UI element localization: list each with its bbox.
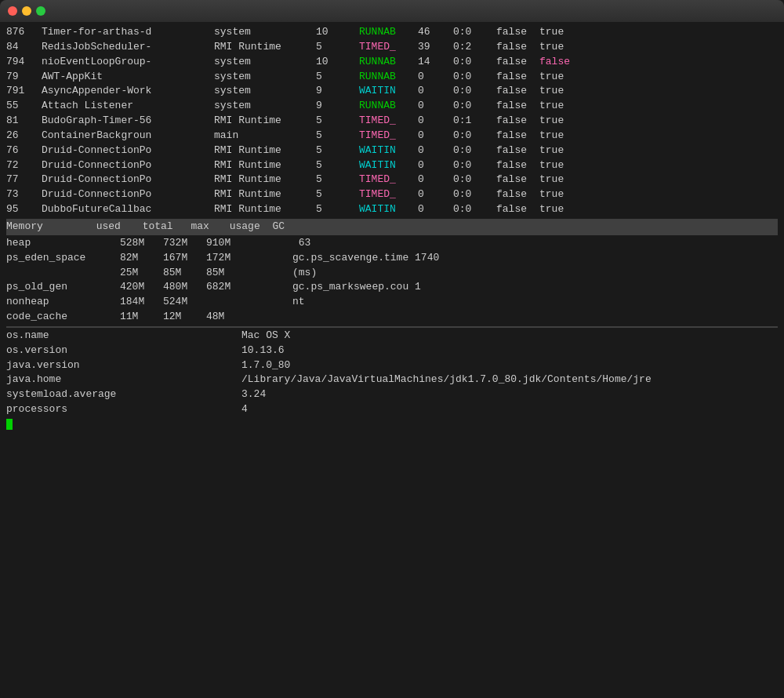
thread-daemon: true	[539, 99, 586, 114]
mem-name: ps_eden_space	[6, 251, 120, 266]
table-row: 26ContainerBackgrounmain5TIMED_00:0false…	[6, 129, 778, 144]
thread-daemon: true	[539, 173, 586, 187]
runtime-table-body: os.nameMac OS Xos.version10.13.6java.ver…	[6, 329, 778, 417]
memory-table-body: heap528M732M910M 63ps_eden_space82M167M1…	[6, 236, 778, 325]
thread-group: RMI Runtime	[214, 187, 316, 202]
mem-usage-header: usage	[230, 220, 260, 232]
thread-group: main	[214, 129, 316, 144]
table-row: heap528M732M910M 63	[6, 236, 778, 251]
thread-prior: 10	[316, 55, 359, 70]
mem-total: 480M	[163, 280, 206, 295]
thread-state: RUNNAB	[359, 99, 418, 114]
thread-id: 794	[6, 55, 42, 70]
thread-time: 0:0	[453, 187, 496, 202]
thread-cpu: 0	[418, 187, 453, 202]
thread-daemon: true	[539, 84, 586, 99]
thread-cpu: 14	[418, 55, 453, 70]
mem-name: nonheap	[6, 295, 120, 310]
thread-daemon: true	[539, 202, 586, 217]
mem-max: 172M	[206, 251, 249, 266]
mem-gc-key	[292, 310, 299, 325]
thread-daemon: true	[539, 40, 586, 55]
mem-used: 82M	[120, 251, 163, 266]
thread-id: 26	[6, 129, 42, 144]
thread-inter: false	[496, 158, 539, 173]
thread-daemon: true	[539, 144, 586, 158]
minimize-button[interactable]	[22, 6, 31, 16]
terminal-body[interactable]: 876Timer-for-arthas-dsystem10RUNNAB460:0…	[0, 22, 784, 698]
thread-cpu: 0	[418, 129, 453, 144]
thread-time: 0:0	[453, 129, 496, 144]
thread-group: system	[214, 25, 316, 40]
mem-gc-key: nt	[292, 295, 310, 310]
thread-group: system	[214, 55, 316, 70]
thread-inter: false	[496, 99, 539, 114]
thread-prior: 5	[316, 202, 359, 217]
mem-gc-key: (ms)	[292, 266, 323, 281]
mem-name: heap	[6, 236, 120, 251]
table-row: 95DubboFutureCallbacRMI Runtime5WAITIN00…	[6, 202, 778, 217]
mem-gc-key: gc.ps_marksweep.cou 1	[292, 280, 421, 295]
thread-id: 791	[6, 84, 42, 99]
mem-used: 420M	[120, 280, 163, 295]
thread-prior: 5	[316, 158, 359, 173]
thread-inter: false	[496, 84, 539, 99]
thread-cpu: 0	[418, 173, 453, 187]
thread-state: WAITIN	[359, 158, 418, 173]
thread-prior: 5	[316, 40, 359, 55]
close-button[interactable]	[8, 6, 17, 16]
thread-time: 0:2	[453, 40, 496, 55]
thread-cpu: 0	[418, 70, 453, 85]
thread-inter: false	[496, 55, 539, 70]
thread-id: 77	[6, 173, 42, 187]
thread-cpu: 0	[418, 144, 453, 158]
table-row: ps_eden_space82M167M172Mgc.ps_scavenge.t…	[6, 251, 778, 266]
thread-time: 0:0	[453, 158, 496, 173]
thread-inter: false	[496, 40, 539, 55]
thread-time: 0:0	[453, 55, 496, 70]
rt-key: os.name	[6, 329, 241, 344]
thread-name: DubboFutureCallbac	[42, 202, 214, 217]
thread-daemon: true	[539, 129, 586, 144]
thread-daemon: true	[539, 25, 586, 40]
thread-id: 876	[6, 25, 42, 40]
table-row: 55Attach Listenersystem9RUNNAB00:0falset…	[6, 99, 778, 114]
thread-cpu: 0	[418, 202, 453, 217]
thread-name: Druid-ConnectionPo	[42, 187, 214, 202]
mem-total: 524M	[163, 295, 206, 310]
maximize-button[interactable]	[36, 6, 45, 16]
thread-time: 0:0	[453, 144, 496, 158]
thread-group: RMI Runtime	[214, 144, 316, 158]
rt-key: os.version	[6, 344, 241, 358]
thread-name: Druid-ConnectionPo	[42, 173, 214, 187]
thread-group: RMI Runtime	[214, 40, 316, 55]
thread-id: 84	[6, 40, 42, 55]
cursor-line	[6, 417, 778, 432]
thread-group: system	[214, 84, 316, 99]
table-row: 794nioEventLoopGroup-system10RUNNAB140:0…	[6, 55, 778, 70]
thread-time: 0:1	[453, 114, 496, 129]
thread-prior: 5	[316, 114, 359, 129]
terminal-window: 876Timer-for-arthas-dsystem10RUNNAB460:0…	[0, 0, 784, 698]
table-row: java.version1.7.0_80	[6, 358, 778, 373]
thread-time: 0:0	[453, 173, 496, 187]
thread-name: Timer-for-arthas-d	[42, 25, 214, 40]
thread-name: AsyncAppender-Work	[42, 84, 214, 99]
mem-name: code_cache	[6, 310, 120, 325]
thread-inter: false	[496, 114, 539, 129]
thread-name: nioEventLoopGroup-	[42, 55, 214, 70]
thread-inter: false	[496, 70, 539, 85]
table-row: 72Druid-ConnectionPoRMI Runtime5WAITIN00…	[6, 158, 778, 173]
thread-id: 72	[6, 158, 42, 173]
table-row: nonheap184M524Mnt	[6, 295, 778, 310]
titlebar	[0, 0, 784, 22]
thread-name: ContainerBackgroun	[42, 129, 214, 144]
thread-cpu: 0	[418, 158, 453, 173]
thread-prior: 10	[316, 25, 359, 40]
thread-daemon: true	[539, 70, 586, 85]
mem-total: 12M	[163, 310, 206, 325]
rt-value: 1.7.0_80	[241, 358, 290, 373]
mem-total: 732M	[163, 236, 206, 251]
mem-max: 48M	[206, 310, 249, 325]
table-row: code_cache11M12M48M	[6, 310, 778, 325]
